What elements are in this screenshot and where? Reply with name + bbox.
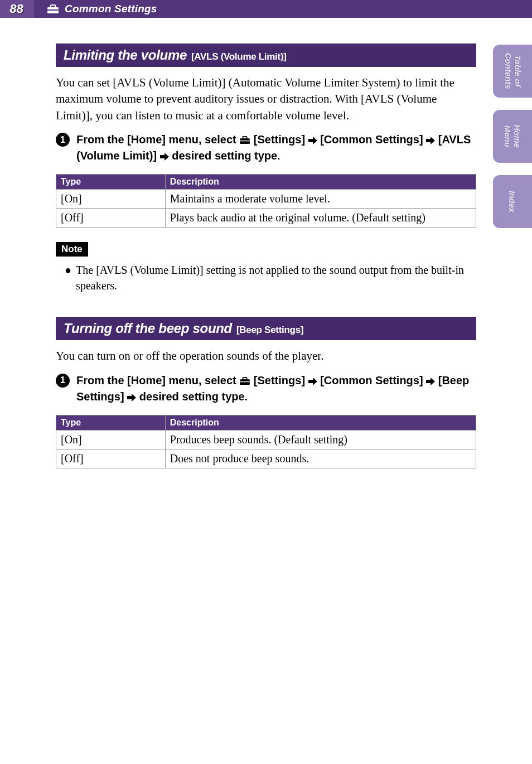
step-text: From the [Home] menu, select xyxy=(76,374,239,386)
table-header: Description xyxy=(165,415,476,430)
section-title: Turning off the beep sound xyxy=(64,321,232,336)
svg-rect-2 xyxy=(47,9,59,11)
note-text: The [AVLS (Volume Limit)] setting is not… xyxy=(76,262,476,293)
tab-label: Index xyxy=(507,191,517,212)
step-row: 1 From the [Home] menu, select [Settings… xyxy=(56,373,476,405)
arrow-right-icon xyxy=(127,394,136,402)
table-cell: Maintains a moderate volume level. xyxy=(165,190,476,209)
toolbox-icon xyxy=(239,136,250,144)
step-text: [Common Settings] xyxy=(317,133,427,146)
step-text: [Settings] xyxy=(250,374,308,386)
step-instruction: From the [Home] menu, select [Settings] … xyxy=(76,373,476,405)
options-table-beep: Type Description [On] Produces beep soun… xyxy=(56,415,476,468)
table-cell: [On] xyxy=(56,430,166,449)
page-header: 88 Common Settings xyxy=(0,0,532,18)
svg-rect-4 xyxy=(243,137,247,139)
table-cell: Does not produce beep sounds. xyxy=(165,449,476,468)
tab-label: HomeMenu xyxy=(503,125,523,148)
table-row: [Off] Does not produce beep sounds. xyxy=(56,449,476,468)
arrow-right-icon xyxy=(308,137,317,144)
page-content: Limiting the volume [AVLS (Volume Limit)… xyxy=(0,18,532,468)
svg-rect-7 xyxy=(243,377,247,379)
toolbox-icon xyxy=(239,376,250,385)
page-number: 88 xyxy=(0,0,33,18)
options-table-avls: Type Description [On] Maintains a modera… xyxy=(56,174,476,228)
step-text: [Common Settings] xyxy=(317,374,427,386)
step-number-badge: 1 xyxy=(56,374,70,388)
table-header: Type xyxy=(56,175,166,190)
svg-rect-1 xyxy=(51,5,55,8)
toolbox-icon xyxy=(47,4,59,14)
section-heading-avls: Limiting the volume [AVLS (Volume Limit)… xyxy=(56,43,476,67)
step-number-badge: 1 xyxy=(56,133,70,147)
breadcrumb: Common Settings xyxy=(65,3,157,15)
table-cell: [Off] xyxy=(56,209,166,228)
table-row: [Off] Plays back audio at the original v… xyxy=(56,209,476,228)
step-text: [Settings] xyxy=(250,133,308,146)
arrow-right-icon xyxy=(426,137,435,144)
tab-label: Table ofContents xyxy=(503,53,523,89)
section-subtitle: [AVLS (Volume Limit)] xyxy=(191,51,287,62)
table-header: Description xyxy=(165,175,476,190)
section-intro: You can turn on or off the operation sou… xyxy=(56,348,476,364)
table-row: [On] Produces beep sounds. (Default sett… xyxy=(56,430,476,449)
table-header: Type xyxy=(56,415,166,430)
tab-index[interactable]: Index xyxy=(493,175,532,228)
step-text: From the [Home] menu, select xyxy=(76,133,239,146)
step-text: desired setting type. xyxy=(169,149,280,162)
table-cell: Produces beep sounds. (Default setting) xyxy=(165,430,476,449)
step-row: 1 From the [Home] menu, select [Settings… xyxy=(56,132,476,164)
table-row: [On] Maintains a moderate volume level. xyxy=(56,190,476,209)
section-subtitle: [Beep Settings] xyxy=(236,325,303,336)
table-cell: [On] xyxy=(56,190,166,209)
note-list: ● The [AVLS (Volume Limit)] setting is n… xyxy=(56,262,476,293)
step-instruction: From the [Home] menu, select [Settings] … xyxy=(76,132,476,164)
step-text: desired setting type. xyxy=(136,390,248,403)
bullet-icon: ● xyxy=(65,262,71,293)
section-title: Limiting the volume xyxy=(64,47,187,63)
side-tabs: Table ofContents HomeMenu Index xyxy=(493,45,532,228)
svg-rect-8 xyxy=(240,381,250,381)
note-label: Note xyxy=(56,242,88,257)
arrow-right-icon xyxy=(426,378,435,385)
arrow-right-icon xyxy=(308,378,317,385)
tab-table-of-contents[interactable]: Table ofContents xyxy=(493,45,532,98)
arrow-right-icon xyxy=(160,153,169,161)
table-cell: [Off] xyxy=(56,449,166,468)
table-cell: Plays back audio at the original volume.… xyxy=(165,209,476,228)
section-heading-beep: Turning off the beep sound [Beep Setting… xyxy=(56,317,476,340)
tab-home-menu[interactable]: HomeMenu xyxy=(493,110,532,163)
section-intro: You can set [AVLS (Volume Limit)] (Autom… xyxy=(56,75,476,124)
svg-rect-5 xyxy=(240,141,250,141)
